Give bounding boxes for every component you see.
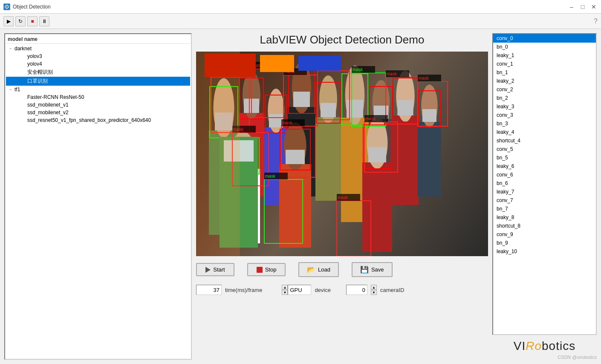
detection-canvas	[196, 52, 488, 256]
csdn-credit: CSDN @virobotics	[492, 355, 597, 360]
tree-toggle[interactable]: −	[8, 46, 14, 52]
tree-item-label: tf1	[14, 87, 20, 92]
layer-item[interactable]: bn_0	[493, 43, 596, 51]
layer-item[interactable]: conv_9	[493, 230, 596, 239]
stop-label: Stop	[265, 266, 277, 273]
tree-item-ssd_mobilenet_v2[interactable]: ssd_mobilenet_v2	[6, 109, 190, 116]
layer-item[interactable]: leaky_3	[493, 102, 596, 111]
layer-item[interactable]: conv_2	[493, 85, 596, 94]
camera-label: cameraID	[380, 287, 404, 293]
camera-spinner-btns[interactable]: ▲ ▼	[371, 285, 377, 295]
layer-item[interactable]: conv_3	[493, 111, 596, 119]
close-button[interactable]: ✕	[590, 3, 598, 11]
tree-item-label: 安全帽识别	[27, 69, 53, 76]
window-title: Object Detection	[13, 4, 51, 10]
camera-down-btn[interactable]: ▼	[371, 290, 377, 295]
tree-item-yolov4[interactable]: yolov4	[6, 60, 190, 68]
maximize-button[interactable]: □	[579, 3, 587, 11]
tree-item-label: yolov3	[27, 53, 42, 59]
time-label: time(ms)/frame	[225, 287, 262, 293]
layers-list[interactable]: conv_0bn_0leaky_1conv_1bn_1leaky_2conv_2…	[492, 33, 597, 335]
layer-item[interactable]: leaky_2	[493, 77, 596, 85]
layer-item[interactable]: shortcut_4	[493, 136, 596, 145]
main-content: model name −darknetyolov3yolov4安全帽识别口罩识别…	[0, 29, 601, 364]
save-icon: 💾	[360, 266, 369, 274]
bottom-row: time(ms)/frame ▲ ▼ device ▲ ▼ cameraID	[196, 283, 488, 297]
device-spinner-btns[interactable]: ▲ ▼	[282, 285, 288, 295]
tree-item-label: ssd_resnet50_v1_fpn_shared_box_predictor…	[27, 117, 151, 123]
device-down-btn[interactable]: ▼	[282, 290, 288, 295]
layer-item[interactable]: bn_7	[493, 205, 596, 213]
save-label: Save	[371, 266, 384, 273]
controls-row: Start Stop 📂 Load 💾 Save	[196, 260, 488, 280]
window-controls: – □ ✕	[568, 3, 598, 11]
detection-image-container	[196, 52, 488, 256]
help-icon: ?	[594, 17, 598, 25]
logo-vi: VI	[514, 339, 526, 352]
title-bar: Object Detection – □ ✕	[0, 0, 601, 14]
layer-item[interactable]: bn_3	[493, 119, 596, 128]
layer-item[interactable]: conv_7	[493, 196, 596, 205]
load-button[interactable]: 📂 Load	[298, 262, 339, 277]
layer-item[interactable]: bn_6	[493, 179, 596, 188]
tree-item-fasterrcnn[interactable]: Faster-RCNN ResNet-50	[6, 93, 190, 101]
tree-item-safetyhmet[interactable]: 安全帽识别	[6, 68, 190, 77]
tree-item-ssd_resnet50[interactable]: ssd_resnet50_v1_fpn_shared_box_predictor…	[6, 116, 190, 124]
logo-botics: botics	[542, 339, 575, 352]
svg-point-2	[6, 6, 8, 7]
tree-item-label: 口罩识别	[27, 78, 48, 85]
layer-item[interactable]: leaky_8	[493, 213, 596, 222]
minimize-button[interactable]: –	[568, 3, 575, 11]
layer-item[interactable]: leaky_7	[493, 188, 596, 196]
app-icon	[3, 3, 10, 10]
load-icon: 📂	[307, 266, 315, 274]
pause-icon: ⏸	[42, 18, 47, 24]
tree-item-tf1[interactable]: −tf1	[6, 86, 190, 93]
save-button[interactable]: 💾 Save	[352, 262, 393, 277]
logo-ro: Ro	[526, 339, 542, 352]
tree-toggle[interactable]: −	[8, 87, 14, 92]
stop-button[interactable]: Stop	[247, 263, 286, 276]
center-panel: LabVIEW Object Detection Demo Start Stop…	[196, 33, 488, 360]
camera-input[interactable]	[346, 285, 367, 295]
layer-item[interactable]: conv_1	[493, 60, 596, 68]
layer-item[interactable]: bn_1	[493, 68, 596, 77]
tree-item-ssd_mobilenet_v1[interactable]: ssd_mobilenet_v1	[6, 101, 190, 109]
layer-item[interactable]: conv_6	[493, 170, 596, 179]
abort-button[interactable]: ■	[27, 16, 38, 26]
layer-item[interactable]: leaky_10	[493, 247, 596, 256]
tree-item-maskrec[interactable]: 口罩识别	[6, 77, 190, 86]
pause-button[interactable]: ⏸	[39, 16, 49, 26]
device-input[interactable]	[288, 285, 311, 295]
time-input[interactable]	[196, 285, 222, 295]
toolbar: ▶ ↻ ■ ⏸ ?	[0, 14, 601, 29]
run-continuously-button[interactable]: ↻	[15, 16, 26, 26]
layer-item[interactable]: leaky_1	[493, 51, 596, 60]
layer-item[interactable]: leaky_6	[493, 162, 596, 170]
run-arrow-button[interactable]: ▶	[3, 16, 14, 26]
start-button[interactable]: Start	[196, 263, 234, 276]
left-panel: model name −darknetyolov3yolov4安全帽识别口罩识别…	[4, 33, 192, 360]
tree-item-label: ssd_mobilenet_v1	[27, 102, 69, 108]
stop-icon	[257, 267, 263, 273]
tree-item-label: darknet	[14, 46, 32, 52]
load-label: Load	[318, 266, 330, 273]
model-tree[interactable]: model name −darknetyolov3yolov4安全帽识别口罩识别…	[4, 33, 192, 360]
stop-icon: ■	[31, 18, 34, 24]
device-up-btn[interactable]: ▲	[282, 285, 288, 290]
layer-item[interactable]: shortcut_8	[493, 222, 596, 230]
layer-item[interactable]: conv_0	[493, 34, 596, 43]
app-title: LabVIEW Object Detection Demo	[196, 33, 488, 46]
layer-item[interactable]: bn_5	[493, 153, 596, 162]
tree-item-darknet[interactable]: −darknet	[6, 45, 190, 52]
tree-item-label: ssd_mobilenet_v2	[27, 110, 69, 116]
layer-item[interactable]: bn_9	[493, 239, 596, 247]
layer-item[interactable]: conv_5	[493, 145, 596, 153]
tree-header: model name	[6, 35, 190, 44]
layer-item[interactable]: bn_2	[493, 94, 596, 102]
layer-item[interactable]: leaky_4	[493, 128, 596, 136]
tree-item-label: Faster-RCNN ResNet-50	[27, 94, 84, 100]
camera-up-btn[interactable]: ▲	[371, 285, 377, 290]
tree-item-yolov3[interactable]: yolov3	[6, 52, 190, 60]
device-label: device	[315, 287, 331, 293]
